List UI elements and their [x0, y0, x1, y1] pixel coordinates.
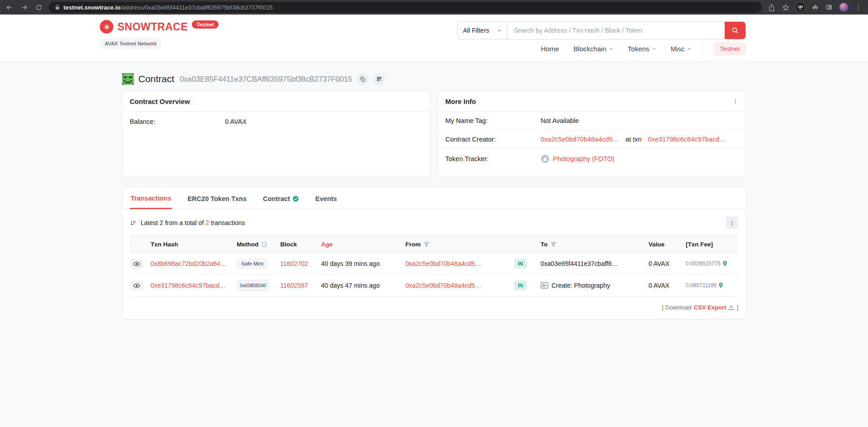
from-address-link[interactable]: 0xa2c5e0bd70b48a4cd5…	[405, 260, 514, 267]
snowflake-icon	[100, 20, 113, 34]
contract-avatar	[122, 73, 134, 85]
gas-bulb-icon[interactable]: $	[718, 282, 723, 289]
more-info-card-title: More Info	[445, 98, 476, 105]
tab-erc20-token-txns[interactable]: ERC20 Token Txns	[186, 187, 247, 209]
transactions-card: Transactions ERC20 Token Txns Contract E…	[122, 187, 746, 319]
gas-bulb-icon[interactable]: $	[722, 260, 727, 267]
nav-divider	[702, 43, 702, 55]
from-address-link[interactable]: 0xa2c5e0bd70b48a4cd5…	[405, 282, 514, 289]
table-header-row: Txn Hash Method Block Age From To Value …	[130, 236, 738, 253]
txn-fee-value: 0.065711195	[686, 282, 717, 289]
info-icon[interactable]	[261, 241, 268, 248]
browser-chrome: testnet.snowtrace.io/address/0xa03e85f44…	[0, 0, 868, 15]
to-contract-create[interactable]: Create: Photography	[541, 282, 649, 289]
chevron-down-icon	[652, 47, 656, 51]
txn-hash-link[interactable]: 0xe31798c6c84c97bacd…	[151, 282, 237, 289]
creator-address-link[interactable]: 0xa2c5e0bd70b48a4cd5…	[541, 136, 619, 143]
search-filter-label: All Filters	[463, 27, 489, 34]
back-icon[interactable]	[5, 4, 13, 11]
token-tracker-link[interactable]: Photography (FOTO)	[553, 155, 614, 162]
browser-menu-icon[interactable]	[855, 4, 862, 10]
col-from: From	[405, 241, 421, 248]
col-age[interactable]: Age	[321, 241, 405, 248]
eye-preview-button[interactable]	[131, 281, 143, 290]
copy-icon	[360, 76, 366, 82]
search-icon	[731, 27, 739, 34]
share-icon[interactable]	[768, 4, 775, 11]
forward-icon[interactable]	[20, 4, 28, 11]
col-txn-fee: [Txn Fee]	[686, 241, 738, 248]
nav-item-home[interactable]: Home	[541, 45, 559, 53]
direction-badge: IN	[514, 280, 527, 290]
sidebar-icon[interactable]	[825, 4, 833, 11]
more-info-menu-icon[interactable]	[732, 98, 738, 104]
col-block: Block	[280, 241, 321, 248]
tab-events[interactable]: Events	[314, 187, 338, 209]
token-tracker-label: Token Tracker:	[445, 155, 541, 162]
block-link[interactable]: 11602702	[280, 260, 321, 267]
name-tag-value: Not Available	[541, 117, 579, 124]
transactions-table: Txn Hash Method Block Age From To Value …	[130, 236, 738, 297]
nav-item-tokens[interactable]: Tokens	[628, 45, 656, 53]
age-value: 40 days 39 mins ago	[321, 260, 405, 267]
tab-contract[interactable]: Contract	[262, 187, 300, 209]
transactions-total-count: 2	[205, 219, 209, 226]
eye-icon	[133, 261, 140, 266]
contract-creator-row: Contract Creator: 0xa2c5e0bd70b48a4cd5… …	[438, 130, 746, 149]
browser-profile-avatar[interactable]	[839, 3, 848, 12]
name-tag-label: My Name Tag:	[445, 117, 541, 124]
snowtrace-logo[interactable]: SNOWTRACE Testnet	[100, 20, 219, 34]
search-input[interactable]	[507, 22, 725, 39]
search-bar: All Filters	[457, 21, 746, 39]
filter-icon[interactable]	[551, 241, 556, 247]
nav-item-blockchain[interactable]: Blockchain	[574, 45, 614, 53]
sort-icon	[130, 220, 137, 226]
nav-item-misc[interactable]: Misc	[671, 45, 692, 53]
value-cell: 0 AVAX	[649, 260, 686, 267]
search-button[interactable]	[725, 22, 746, 39]
qr-code-button[interactable]	[373, 73, 385, 85]
contract-creator-label: Contract Creator:	[445, 136, 541, 143]
chevron-down-icon	[497, 28, 502, 33]
transactions-menu-button[interactable]	[726, 216, 738, 229]
url-text: testnet.snowtrace.io/address/0xa03e85f44…	[63, 4, 273, 11]
col-value: Value	[649, 241, 686, 248]
overview-card-title: Contract Overview	[130, 98, 190, 105]
nav-testnet-button[interactable]: Testnet	[713, 42, 746, 56]
filter-icon[interactable]	[424, 241, 429, 247]
copy-address-button[interactable]	[357, 73, 369, 85]
page-title: Contract	[138, 74, 174, 84]
col-to: To	[541, 241, 548, 248]
chevron-down-icon	[687, 47, 691, 51]
name-tag-row: My Name Tag: Not Available	[438, 112, 746, 130]
extensions-puzzle-icon[interactable]	[811, 4, 819, 11]
eye-icon	[133, 283, 140, 288]
table-row: 0xe31798c6c84c97bacd… 0x60806040 1160255…	[130, 275, 738, 297]
reload-icon[interactable]	[35, 4, 42, 11]
txn-hash-link[interactable]: 0x8b698ac72bd20b2a64…	[151, 260, 237, 267]
owl-extension-icon[interactable]	[796, 3, 805, 11]
method-badge: Safe Mint	[237, 259, 268, 269]
more-info-card: More Info My Name Tag: Not Available Con…	[438, 91, 746, 177]
block-link[interactable]: 11602557	[280, 282, 321, 289]
tab-transactions[interactable]: Transactions	[130, 187, 172, 209]
search-filter-select[interactable]: All Filters	[458, 22, 507, 39]
page-title-row: Contract 0xa03E85F4411e37CBAff635975bf38…	[122, 73, 746, 85]
url-bar[interactable]: testnet.snowtrace.io/address/0xa03e85f44…	[49, 2, 762, 13]
csv-export-link[interactable]: CSV Export	[694, 304, 727, 311]
site-header: SNOWTRACE Testnet AVAX Testnet Network A…	[0, 15, 868, 61]
method-badge: 0x60806040	[237, 280, 269, 291]
age-value: 40 days 47 mins ago	[321, 282, 405, 289]
token-tracker-row: Token Tracker: Photography (FOTO)	[438, 149, 746, 169]
ssl-lock-icon	[55, 5, 60, 10]
bookmark-star-icon[interactable]	[782, 4, 790, 11]
tab-bar: Transactions ERC20 Token Txns Contract E…	[122, 187, 746, 209]
eye-preview-button[interactable]	[131, 259, 143, 269]
col-method: Method	[237, 241, 258, 248]
url-domain: testnet.snowtrace.io	[63, 4, 121, 11]
brand-name: SNOWTRACE	[117, 20, 188, 34]
at-txn-text: at txn	[625, 136, 641, 143]
main-content: Contract 0xa03E85F4411e37CBAff635975bf38…	[122, 61, 746, 319]
url-path: /address/0xa03e85f4411e37cbaff635975bf38…	[121, 4, 273, 11]
creation-txn-link[interactable]: 0xe31798c6c84c97bacd…	[648, 136, 726, 143]
